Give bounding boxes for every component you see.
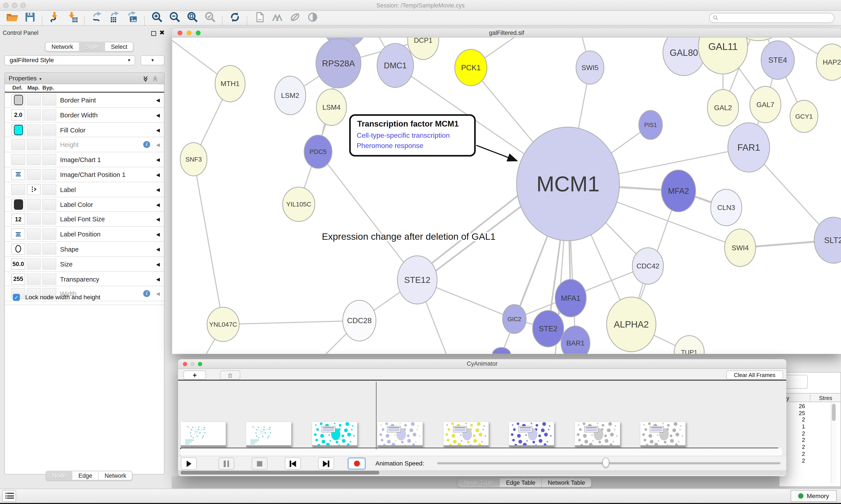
mapping-cell[interactable]: [27, 94, 41, 106]
expand-all-icon[interactable]: ≫: [141, 76, 151, 82]
import-network-icon[interactable]: [47, 10, 62, 24]
expand-row-icon[interactable]: ◀: [156, 127, 160, 133]
property-row-label-font-size[interactable]: 12Label Font Size◀: [5, 212, 164, 227]
animator-timeline[interactable]: 0123456789Seconds: [178, 382, 786, 450]
expand-row-icon[interactable]: ◀: [156, 202, 160, 207]
table-row[interactable]: 2: [779, 437, 828, 444]
bypass-cell[interactable]: [42, 124, 56, 135]
network-node-cdc28[interactable]: CDC28: [343, 300, 376, 341]
frame-thumbnail-6[interactable]: [575, 422, 620, 447]
table-row[interactable]: 2: [779, 457, 828, 464]
mapping-cell[interactable]: [27, 273, 41, 284]
tab-network-table[interactable]: Network Table: [542, 478, 591, 487]
mapping-cell[interactable]: [27, 258, 41, 270]
table-row[interactable]: 2: [779, 450, 828, 457]
mapping-cell[interactable]: [27, 184, 41, 195]
network-node-pis1[interactable]: PIS1: [639, 110, 662, 139]
zoom-in-icon[interactable]: [149, 10, 164, 24]
scrollbar-thumb[interactable]: [181, 471, 379, 474]
tab-network[interactable]: Network: [46, 42, 79, 51]
annotation-box[interactable]: Transcription factor MCM1 Cell-type-spec…: [349, 114, 476, 157]
mapping-cell[interactable]: [27, 214, 41, 225]
default-value-cell[interactable]: [11, 244, 25, 255]
export-table-icon[interactable]: [107, 10, 122, 24]
network-node-dmc1[interactable]: DMC1: [377, 43, 414, 87]
property-row-border-width[interactable]: 2.0Border Width◀: [5, 108, 164, 123]
export-network-icon[interactable]: [90, 10, 104, 24]
expand-row-icon[interactable]: ◀: [156, 142, 160, 147]
annotation-link[interactable]: Pheromone response: [357, 142, 423, 150]
property-row-image-chart-position-1[interactable]: Image/Chart Position 1◀: [5, 167, 164, 182]
network-edge[interactable]: [194, 159, 223, 324]
horizontal-scrollbar[interactable]: [178, 470, 786, 475]
property-row-label-position[interactable]: Label Position◀: [5, 227, 164, 242]
property-row-shape[interactable]: Shape◀: [5, 242, 164, 257]
network-node-alpha2[interactable]: ALPHA2: [607, 297, 656, 352]
save-session-icon[interactable]: [22, 10, 37, 24]
hide-selected-icon[interactable]: [288, 10, 302, 24]
table-row[interactable]: 1: [779, 423, 828, 430]
network-node-mfa2[interactable]: MFA2: [661, 170, 696, 212]
network-node-gal7[interactable]: GAL7: [750, 86, 781, 123]
network-node-yil105c[interactable]: YIL105C: [283, 187, 315, 221]
network-node-ste12[interactable]: STE12: [397, 256, 437, 304]
table-row[interactable]: 2: [779, 444, 828, 450]
network-node-rps28a[interactable]: RPS28A: [316, 38, 361, 88]
bypass-cell[interactable]: [42, 139, 56, 150]
network-node-lsm4[interactable]: LSM4: [317, 89, 346, 126]
network-node-swi5[interactable]: SWI5: [576, 51, 604, 84]
network-node-gal2[interactable]: GAL2: [708, 90, 738, 126]
mapping-cell[interactable]: [27, 139, 41, 150]
frame-thumbnail-0[interactable]: [181, 422, 226, 447]
network-canvas[interactable]: RPS28ADMC1DCP1PCK1SWI5MTH1LSM2LSM4SNF3PD…: [172, 37, 841, 354]
frame-thumbnail-5[interactable]: [509, 422, 554, 447]
stop-button[interactable]: [252, 457, 268, 470]
network-node-ynl047c[interactable]: YNL047C: [207, 307, 239, 342]
column-divider[interactable]: [810, 395, 810, 401]
close-panel-icon[interactable]: ✖: [159, 29, 165, 36]
memory-button[interactable]: Memory: [791, 490, 837, 502]
network-node-mth1[interactable]: MTH1: [215, 66, 245, 102]
bypass-cell[interactable]: [42, 109, 56, 121]
close-icon[interactable]: [178, 31, 182, 35]
mapping-cell[interactable]: [27, 124, 41, 135]
network-edge[interactable]: [223, 321, 359, 324]
tab-select[interactable]: Select: [105, 42, 133, 51]
style-options-button[interactable]: ▾: [141, 55, 165, 66]
frame-thumbnail-4[interactable]: [444, 422, 489, 447]
network-node-mcm1[interactable]: MCM1: [516, 127, 619, 240]
speed-slider-thumb[interactable]: [602, 457, 609, 468]
add-frame-button[interactable]: +: [183, 371, 206, 380]
skip-start-button[interactable]: [285, 457, 301, 470]
network-node-pck1[interactable]: PCK1: [455, 49, 487, 86]
expand-row-icon[interactable]: ◀: [156, 276, 160, 282]
default-value-cell[interactable]: 50.0: [11, 258, 25, 270]
minimize-icon[interactable]: [186, 31, 192, 35]
task-history-button[interactable]: [2, 490, 16, 502]
delete-frame-button[interactable]: [220, 371, 240, 380]
table-row[interactable]: 25: [779, 410, 828, 416]
property-row-size[interactable]: 50.0Size◀: [5, 257, 164, 271]
expand-row-icon[interactable]: ◀: [156, 247, 160, 252]
default-value-cell[interactable]: 2.0: [11, 109, 25, 121]
network-node-snf3[interactable]: SNF3: [180, 143, 207, 176]
export-image-icon[interactable]: [125, 10, 140, 24]
expand-row-icon[interactable]: ◀: [156, 172, 160, 177]
expand-row-icon[interactable]: ◀: [156, 262, 160, 267]
network-node-gic2[interactable]: GIC2: [503, 305, 526, 334]
frame-thumbnail-2[interactable]: [312, 422, 357, 447]
property-row-fill-color[interactable]: Fill Color◀: [5, 123, 164, 138]
default-value-cell[interactable]: [11, 139, 25, 150]
network-node-small1[interactable]: [492, 347, 511, 354]
zoom-selected-icon[interactable]: [203, 10, 217, 24]
tab-style[interactable]: Style: [79, 42, 105, 51]
tab-node[interactable]: Node: [46, 471, 73, 480]
first-neighbors-icon[interactable]: [270, 10, 284, 24]
search-input[interactable]: [709, 13, 835, 23]
record-button[interactable]: [347, 457, 366, 470]
default-value-cell[interactable]: [11, 184, 25, 195]
network-node-mfa1[interactable]: MFA1: [555, 280, 586, 317]
bypass-cell[interactable]: [42, 94, 56, 106]
network-node-lsm2[interactable]: LSM2: [275, 76, 306, 115]
default-value-cell[interactable]: [11, 199, 25, 210]
